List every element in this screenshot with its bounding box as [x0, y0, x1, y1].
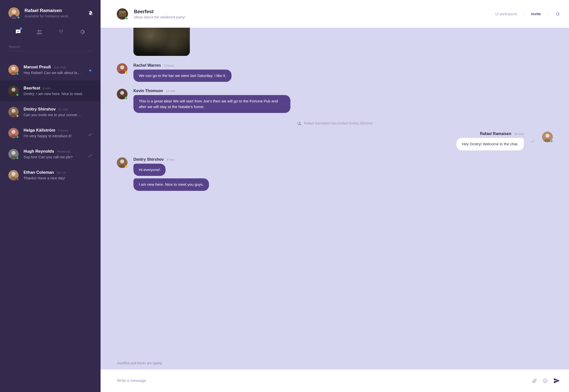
- svg-point-33: [299, 122, 300, 124]
- conversation-name: Beerfest: [24, 86, 40, 91]
- svg-point-10: [59, 31, 60, 32]
- participants-count[interactable]: 12 participants: [495, 12, 517, 16]
- svg-point-35: [545, 134, 549, 138]
- profile-avatar[interactable]: [8, 7, 20, 19]
- conversation-preview: Sup bro! Can you call me pls?: [24, 155, 82, 159]
- conversation-item[interactable]: Dmitry Shirshov 21 min Can you invite me…: [0, 101, 101, 123]
- emoji-icon[interactable]: [542, 378, 548, 383]
- svg-point-21: [12, 130, 15, 134]
- conversation-item[interactable]: Manuel Preuß Just now Hey Rafael! Can we…: [0, 59, 101, 80]
- presence-dot: [16, 93, 19, 96]
- svg-rect-28: [119, 11, 126, 13]
- svg-point-25: [12, 172, 15, 176]
- svg-point-7: [59, 30, 60, 31]
- conversation-indicator: [87, 133, 94, 136]
- sidebar: Rafael Ramaisen Available for freelance …: [0, 0, 101, 392]
- svg-point-17: [12, 88, 15, 92]
- message-input[interactable]: [117, 378, 526, 383]
- message-bubble: We can go to the bar we were last Saturd…: [134, 70, 232, 82]
- avatar: [8, 128, 19, 138]
- tab-chats[interactable]: [13, 27, 24, 37]
- svg-point-40: [546, 380, 546, 380]
- svg-point-4: [19, 31, 19, 32]
- conversation-item[interactable]: Helga Källström 3 hours I'm very happy t…: [0, 123, 101, 144]
- chat-topbar: Beerfest Ideas about the weekend party! …: [101, 0, 569, 28]
- message-incoming: Dmitry Shirshov 8 min Hi everyone!I am n…: [117, 157, 553, 191]
- divider: [524, 10, 524, 18]
- notifications-off-icon[interactable]: [88, 10, 94, 16]
- shared-image[interactable]: [134, 28, 190, 56]
- message-list[interactable]: Rachel Warren 3 hours We can go to the b…: [101, 28, 569, 369]
- presence-dot: [550, 140, 553, 143]
- sidebar-tabs: [0, 23, 101, 43]
- chat-panel: Beerfest Ideas about the weekend party! …: [101, 0, 569, 392]
- attach-icon[interactable]: [532, 378, 537, 383]
- chat-settings-icon[interactable]: [555, 11, 560, 17]
- tab-contacts[interactable]: [34, 27, 45, 37]
- svg-point-9: [62, 30, 63, 31]
- avatar: [117, 157, 128, 168]
- conversation-name: Dmitry Shirshov: [24, 107, 56, 112]
- tab-settings[interactable]: [77, 27, 88, 37]
- conversation-time: 3 hours: [58, 129, 68, 132]
- message-time: 8 min: [167, 158, 175, 161]
- conversation-indicator: [87, 70, 94, 71]
- message-time: 16 min: [514, 132, 524, 136]
- svg-point-32: [120, 91, 124, 95]
- svg-point-6: [40, 30, 42, 32]
- chat-avatar[interactable]: [117, 8, 128, 20]
- conversation-name: Hugh Reynolds: [24, 149, 54, 154]
- conversation-time: 8 min: [43, 86, 50, 90]
- presence-dot: [17, 16, 20, 19]
- svg-point-15: [12, 67, 15, 70]
- conversation-preview: Can you invite me to your conversati: [24, 113, 82, 117]
- avatar: [8, 65, 19, 75]
- conversation-time: Jan 19: [56, 171, 66, 174]
- conversation-item[interactable]: Ethan Coleman Jan 19 Thanks! Have a nice…: [0, 165, 101, 186]
- presence-dot: [125, 165, 128, 168]
- presence-dot: [16, 178, 19, 181]
- read-receipt-icon: [530, 140, 535, 143]
- svg-point-30: [120, 65, 124, 69]
- conversation-item[interactable]: Beerfest 8 min Dmitry: I am new here. Ni…: [0, 80, 101, 101]
- conversation-time: 21 min: [58, 108, 68, 111]
- conversation-preview: Thanks! Have a nice day!: [24, 176, 82, 180]
- message-bubble: Hey Dmitry! Welcome to the chat.: [456, 138, 524, 150]
- conversation-time: Yesterday: [57, 150, 71, 153]
- svg-point-8: [60, 30, 61, 31]
- message-incoming: Kevin Thomson 21 min This is a great ide…: [117, 89, 553, 113]
- send-button[interactable]: [553, 377, 560, 384]
- presence-dot: [16, 136, 19, 139]
- chat-subtitle: Ideas about the weekend party!: [134, 15, 489, 19]
- svg-point-23: [12, 151, 15, 155]
- profile-header: Rafael Ramaisen Available for freelance …: [0, 0, 101, 23]
- presence-dot: [125, 17, 128, 20]
- avatar: [8, 107, 19, 117]
- chat-title: Beerfest: [134, 9, 489, 14]
- conversation-name: Helga Källström: [24, 128, 55, 133]
- conversation-item[interactable]: Hugh Reynolds Yesterday Sup bro! Can you…: [0, 144, 101, 165]
- divider: [548, 10, 548, 18]
- conversation-time: Just now: [53, 65, 66, 69]
- message-time: 21 min: [166, 89, 175, 93]
- message-bubble: This is a great idea! We will start from…: [134, 95, 290, 113]
- conversation-name: Ethan Coleman: [24, 170, 54, 175]
- conversation-indicator: [87, 154, 94, 157]
- message-sender: Rafael Ramaisen: [480, 132, 511, 136]
- svg-point-1: [12, 10, 16, 14]
- svg-point-38: [543, 379, 547, 383]
- presence-dot: [125, 71, 128, 74]
- avatar: [117, 63, 128, 74]
- message-time: 3 hours: [164, 64, 174, 67]
- presence-dot: [16, 114, 19, 117]
- search-input[interactable]: [8, 43, 92, 51]
- presence-dot: [125, 97, 128, 100]
- avatar: [117, 89, 128, 99]
- system-message: Rafael Ramaisen has invited Dmitry Shirs…: [117, 121, 553, 125]
- tab-dialpad[interactable]: [56, 27, 66, 37]
- svg-point-2: [17, 31, 18, 32]
- search-row: [0, 43, 101, 52]
- invite-button[interactable]: Invite: [531, 12, 541, 16]
- svg-point-19: [12, 109, 15, 113]
- message-bubble: I am new here. Nice to meet you guys.: [134, 178, 209, 191]
